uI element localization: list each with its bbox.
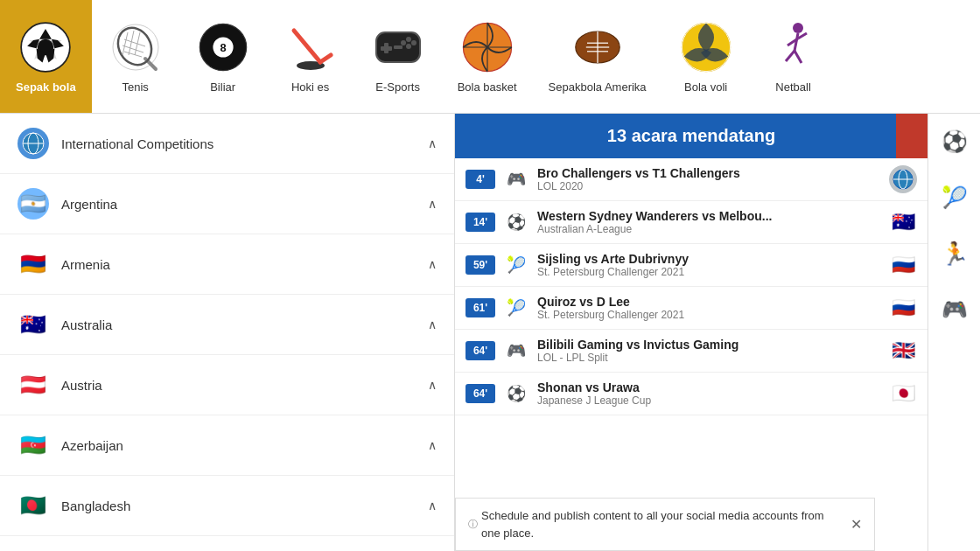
event-flag-0 bbox=[889, 165, 917, 193]
main-layout: International Competitions ∧ 🇦🇷 Argentin… bbox=[0, 114, 980, 551]
event-time-2: 59' bbox=[466, 255, 495, 275]
event-title-1: Western Sydney Wanderers vs Melbou... bbox=[537, 209, 880, 223]
event-sport-icon-0: 🎮 bbox=[504, 167, 528, 192]
svg-point-23 bbox=[411, 40, 416, 45]
ad-close-button[interactable]: ✕ bbox=[850, 514, 862, 535]
nav-label-e-sports: E-Sports bbox=[375, 80, 420, 94]
nav-item-sepakbola-amerika[interactable]: Sepakbola Amerika bbox=[533, 0, 662, 113]
event-info-4: Bilibili Gaming vs Invictus Gaming LOL -… bbox=[537, 338, 880, 364]
nav-label-sepakbola-amerika: Sepakbola Amerika bbox=[549, 80, 647, 94]
basketball-icon bbox=[459, 19, 515, 75]
sidebar-item-argentina[interactable]: 🇦🇷 Argentina ∧ bbox=[0, 174, 454, 234]
nav-label-tenis: Tenis bbox=[122, 80, 148, 94]
sidebar-label-austria: Austria bbox=[61, 378, 102, 393]
sidebar-label-armenia: Armenia bbox=[61, 257, 110, 272]
sidebar-label-international: International Competitions bbox=[61, 136, 214, 151]
chevron-azerbaijan: ∧ bbox=[428, 438, 437, 452]
events-header-title: 13 acara mendatang bbox=[607, 126, 775, 146]
nav-item-bola-basket[interactable]: Bola basket bbox=[442, 0, 533, 113]
billiard-icon: 8 bbox=[195, 19, 251, 75]
flag-austria: 🇦🇹 bbox=[18, 369, 49, 401]
svg-line-7 bbox=[124, 39, 145, 46]
nav-item-bola-voli[interactable]: Bola voli bbox=[662, 0, 750, 113]
volleyball-icon bbox=[678, 19, 734, 75]
american-football-icon bbox=[570, 19, 626, 75]
sidebar-label-australia: Australia bbox=[61, 317, 112, 332]
svg-text:8: 8 bbox=[220, 41, 226, 54]
event-info-0: Bro Challengers vs T1 Challengers LOL 20… bbox=[537, 166, 880, 192]
event-sport-icon-5: ⚽ bbox=[504, 381, 528, 406]
event-subtitle-3: St. Petersburg Challenger 2021 bbox=[537, 309, 880, 321]
events-header-accent bbox=[896, 114, 928, 158]
nav-item-sepak-bola[interactable]: Sepak bola bbox=[0, 0, 92, 113]
nav-item-tenis[interactable]: Tenis bbox=[92, 0, 179, 113]
event-title-4: Bilibili Gaming vs Invictus Gaming bbox=[537, 338, 880, 352]
svg-point-25 bbox=[406, 37, 411, 42]
event-flag-2: 🇷🇺 bbox=[889, 251, 917, 279]
esports-icon bbox=[370, 19, 426, 75]
events-list: 4' 🎮 Bro Challengers vs T1 Challengers L… bbox=[455, 158, 928, 551]
flag-australia: 🇦🇺 bbox=[18, 309, 49, 340]
svg-line-12 bbox=[135, 32, 140, 55]
event-row-4[interactable]: 64' 🎮 Bilibili Gaming vs Invictus Gaming… bbox=[455, 330, 928, 373]
flag-azerbaijan: 🇦🇿 bbox=[18, 429, 49, 461]
event-info-2: Sijsling vs Arte Dubrivnyy St. Petersbur… bbox=[537, 252, 880, 278]
event-flag-3: 🇷🇺 bbox=[889, 294, 917, 322]
flag-bangladesh: 🇧🇩 bbox=[18, 490, 49, 521]
event-time-5: 64' bbox=[466, 384, 495, 403]
nav-item-e-sports[interactable]: E-Sports bbox=[354, 0, 442, 113]
svg-rect-26 bbox=[394, 45, 402, 49]
event-time-1: 14' bbox=[466, 213, 495, 232]
nav-label-sepak-bola: Sepak bola bbox=[16, 80, 76, 94]
nav-item-netball[interactable]: Netball bbox=[750, 0, 837, 113]
event-title-2: Sijsling vs Arte Dubrivnyy bbox=[537, 252, 880, 266]
sidebar-item-azerbaijan[interactable]: 🇦🇿 Azerbaijan ∧ bbox=[0, 415, 454, 476]
events-header: 13 acara mendatang bbox=[455, 114, 928, 158]
event-flag-5: 🇯🇵 bbox=[889, 380, 917, 408]
nav-label-bola-basket: Bola basket bbox=[458, 80, 517, 94]
nav-label-bola-voli: Bola voli bbox=[684, 80, 727, 94]
event-row-2[interactable]: 59' 🎾 Sijsling vs Arte Dubrivnyy St. Pet… bbox=[455, 244, 928, 287]
sidebar-item-austria[interactable]: 🇦🇹 Austria ∧ bbox=[0, 355, 454, 415]
event-row-5[interactable]: 64' ⚽ Shonan vs Urawa Japanese J League … bbox=[455, 373, 928, 415]
svg-line-42 bbox=[798, 33, 807, 38]
sidebar-item-armenia[interactable]: 🇦🇲 Armenia ∧ bbox=[0, 234, 454, 295]
event-info-1: Western Sydney Wanderers vs Melbou... Au… bbox=[537, 209, 880, 235]
right-icons-panel: ⚽ 🎾 🏃 🎮 bbox=[928, 114, 980, 551]
nav-item-hoki-es[interactable]: Hoki es bbox=[267, 0, 354, 113]
tennis-icon bbox=[108, 19, 164, 75]
event-sport-icon-4: 🎮 bbox=[504, 338, 528, 363]
sidebar-item-international[interactable]: International Competitions ∧ bbox=[0, 114, 454, 174]
soccer-icon bbox=[18, 19, 74, 75]
chevron-bangladesh: ∧ bbox=[428, 499, 437, 513]
top-navigation: Sepak bola Tenis bbox=[0, 0, 980, 114]
event-info-5: Shonan vs Urawa Japanese J League Cup bbox=[537, 380, 880, 407]
nav-item-biliar[interactable]: 8 Biliar bbox=[179, 0, 267, 113]
nav-label-netball: Netball bbox=[775, 80, 810, 94]
sidebar: International Competitions ∧ 🇦🇷 Argentin… bbox=[0, 114, 455, 551]
svg-point-24 bbox=[401, 40, 406, 45]
svg-line-8 bbox=[122, 45, 144, 52]
right-icon-soccer[interactable]: ⚽ bbox=[935, 122, 974, 161]
event-title-5: Shonan vs Urawa bbox=[537, 380, 880, 394]
sidebar-item-australia[interactable]: 🇦🇺 Australia ∧ bbox=[0, 295, 454, 355]
event-sport-icon-1: ⚽ bbox=[504, 210, 528, 234]
chevron-international: ∧ bbox=[428, 136, 437, 150]
event-sport-icon-2: 🎾 bbox=[504, 253, 528, 277]
event-title-3: Quiroz vs D Lee bbox=[537, 295, 880, 309]
nav-label-biliar: Biliar bbox=[210, 80, 235, 94]
right-icon-tennis[interactable]: 🎾 bbox=[935, 178, 974, 217]
event-row-0[interactable]: 4' 🎮 Bro Challengers vs T1 Challengers L… bbox=[455, 158, 928, 201]
right-icon-gamepad[interactable]: 🎮 bbox=[935, 290, 974, 329]
event-subtitle-4: LOL - LPL Split bbox=[537, 352, 880, 364]
svg-line-17 bbox=[294, 31, 320, 62]
svg-line-9 bbox=[124, 52, 142, 57]
event-time-3: 61' bbox=[466, 298, 495, 317]
right-icon-runner[interactable]: 🏃 bbox=[935, 234, 974, 273]
event-row-1[interactable]: 14' ⚽ Western Sydney Wanderers vs Melbou… bbox=[455, 201, 928, 244]
flag-armenia: 🇦🇲 bbox=[18, 248, 49, 280]
event-subtitle-5: Japanese J League Cup bbox=[537, 394, 880, 407]
sidebar-item-bangladesh[interactable]: 🇧🇩 Bangladesh ∧ bbox=[0, 476, 454, 536]
svg-point-37 bbox=[793, 23, 803, 33]
event-row-3[interactable]: 61' 🎾 Quiroz vs D Lee St. Petersburg Cha… bbox=[455, 287, 928, 330]
